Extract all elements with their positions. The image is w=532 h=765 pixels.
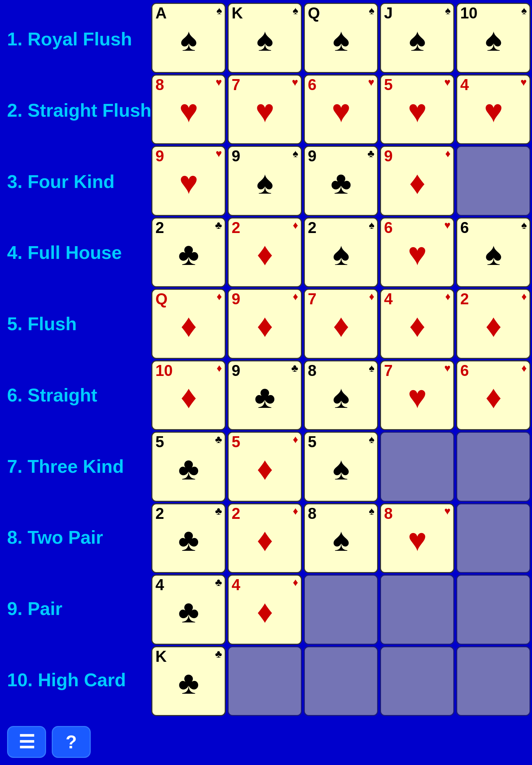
card-suit-top: ♦ bbox=[293, 220, 298, 231]
card-empty bbox=[456, 432, 531, 502]
card-rank: 5 bbox=[231, 434, 240, 450]
card-5-4: 4♦♦ bbox=[380, 289, 454, 359]
menu-button[interactable]: ☰ bbox=[7, 726, 46, 758]
card-suit-center: ♥ bbox=[383, 223, 451, 285]
main-container: 1. Royal Flush2. Straight Flush3. Four K… bbox=[0, 0, 532, 719]
card-4-2: 2♦♦ bbox=[228, 217, 302, 288]
card-7-1: 5♣♣ bbox=[151, 432, 226, 502]
card-rank: 8 bbox=[384, 506, 392, 521]
card-6-3: 8♠♠ bbox=[304, 360, 378, 431]
card-suit-top: ♥ bbox=[368, 77, 375, 88]
card-suit-center: ♦ bbox=[307, 295, 375, 356]
card-2-3: 6♥♥ bbox=[304, 74, 378, 145]
card-suit-top: ♥ bbox=[292, 77, 298, 88]
cards-row-5: Q♦♦9♦♦7♦♦4♦♦2♦♦ bbox=[151, 289, 531, 359]
cards-row-7: 5♣♣5♦♦5♠♠ bbox=[151, 432, 531, 502]
card-10-1: K♣♣ bbox=[151, 646, 226, 716]
card-rank: 8 bbox=[308, 363, 316, 378]
card-suit-center: ♣ bbox=[307, 152, 375, 214]
card-rank: Q bbox=[155, 291, 167, 307]
card-5-2: 9♦♦ bbox=[228, 289, 302, 359]
card-rank: 8 bbox=[155, 77, 164, 93]
hand-item-2: 2. Straight Flush bbox=[7, 75, 151, 146]
card-empty bbox=[228, 646, 302, 716]
card-suit-top: ♠ bbox=[369, 5, 374, 16]
cards-grid: A♠♠K♠♠Q♠♠J♠♠10♠♠8♥♥7♥♥6♥♥5♥♥4♥♥9♥♥9♠♠9♣♣… bbox=[151, 0, 532, 719]
hand-item-5: 5. Flush bbox=[7, 288, 151, 360]
hand-label-4: 4. Full House bbox=[7, 242, 122, 263]
card-3-1: 9♥♥ bbox=[151, 146, 226, 216]
card-suit-center: ♥ bbox=[459, 81, 527, 142]
hand-item-7: 7. Three Kind bbox=[7, 431, 151, 502]
hand-item-1: 1. Royal Flush bbox=[7, 4, 151, 75]
card-4-5: 6♠♠ bbox=[456, 217, 531, 288]
card-9-1: 4♣♣ bbox=[151, 575, 226, 645]
card-suit-top: ♠ bbox=[369, 506, 374, 516]
cards-row-3: 9♥♥9♠♠9♣♣9♦♦ bbox=[151, 146, 531, 216]
help-icon: ? bbox=[66, 731, 77, 753]
card-suit-top: ♥ bbox=[444, 363, 451, 373]
card-6-1: 10♦♦ bbox=[151, 360, 226, 431]
card-3-3: 9♣♣ bbox=[304, 146, 378, 216]
card-2-5: 4♥♥ bbox=[456, 74, 531, 145]
card-suit-top: ♦ bbox=[293, 577, 298, 588]
card-empty bbox=[456, 646, 531, 716]
card-suit-center: ♠ bbox=[231, 152, 299, 214]
card-rank: 4 bbox=[155, 577, 164, 593]
card-rank: 4 bbox=[460, 77, 469, 93]
card-suit-center: ♥ bbox=[155, 81, 223, 142]
card-suit-top: ♦ bbox=[369, 291, 374, 302]
card-suit-top: ♦ bbox=[521, 363, 527, 373]
card-suit-top: ♣ bbox=[215, 506, 222, 516]
card-7-3: 5♠♠ bbox=[304, 432, 378, 502]
card-rank: 2 bbox=[155, 506, 164, 521]
card-rank: 5 bbox=[155, 434, 164, 450]
card-5-3: 7♦♦ bbox=[304, 289, 378, 359]
cards-row-8: 2♣♣2♦♦8♠♠8♥♥ bbox=[151, 503, 531, 573]
card-1-2: K♠♠ bbox=[228, 3, 302, 73]
card-8-2: 2♦♦ bbox=[228, 503, 302, 573]
card-suit-top: ♦ bbox=[445, 291, 450, 302]
card-3-4: 9♦♦ bbox=[380, 146, 454, 216]
card-suit-center: ♥ bbox=[383, 81, 451, 142]
card-suit-top: ♦ bbox=[293, 291, 298, 302]
card-rank: 10 bbox=[155, 363, 173, 378]
card-suit-center: ♠ bbox=[383, 9, 451, 71]
card-suit-center: ♦ bbox=[231, 509, 299, 571]
hand-label-2: 2. Straight Flush bbox=[7, 100, 151, 121]
card-2-1: 8♥♥ bbox=[151, 74, 226, 145]
card-8-1: 2♣♣ bbox=[151, 503, 226, 573]
hand-label-1: 1. Royal Flush bbox=[7, 28, 132, 50]
cards-row-4: 2♣♣2♦♦2♠♠6♥♥6♠♠ bbox=[151, 217, 531, 288]
card-rank: A bbox=[155, 5, 167, 21]
card-6-2: 9♣♣ bbox=[228, 360, 302, 431]
card-suit-top: ♣ bbox=[215, 434, 222, 445]
hand-item-8: 8. Two Pair bbox=[7, 502, 151, 573]
card-rank: 6 bbox=[460, 363, 469, 378]
card-rank: 4 bbox=[384, 291, 392, 307]
card-suit-center: ♦ bbox=[231, 295, 299, 356]
card-6-4: 7♥♥ bbox=[380, 360, 454, 431]
card-rank: 2 bbox=[155, 220, 164, 235]
card-suit-center: ♥ bbox=[383, 366, 451, 428]
card-rank: K bbox=[155, 649, 167, 664]
cards-row-2: 8♥♥7♥♥6♥♥5♥♥4♥♥ bbox=[151, 74, 531, 145]
card-suit-top: ♥ bbox=[521, 77, 527, 88]
card-suit-center: ♠ bbox=[307, 223, 375, 285]
card-suit-top: ♦ bbox=[293, 434, 298, 445]
card-rank: 9 bbox=[231, 363, 240, 378]
card-4-1: 2♣♣ bbox=[151, 217, 226, 288]
card-suit-top: ♠ bbox=[521, 220, 527, 231]
card-suit-top: ♠ bbox=[292, 148, 298, 159]
help-button[interactable]: ? bbox=[52, 726, 91, 758]
card-rank: J bbox=[384, 5, 392, 21]
card-rank: 6 bbox=[384, 220, 392, 235]
card-suit-center: ♦ bbox=[231, 581, 299, 642]
card-suit-top: ♣ bbox=[368, 148, 375, 159]
card-empty bbox=[380, 646, 454, 716]
hand-item-9: 9. Pair bbox=[7, 573, 151, 644]
hand-label-9: 9. Pair bbox=[7, 598, 62, 619]
card-4-3: 2♠♠ bbox=[304, 217, 378, 288]
card-4-4: 6♥♥ bbox=[380, 217, 454, 288]
card-rank: 9 bbox=[155, 148, 164, 164]
